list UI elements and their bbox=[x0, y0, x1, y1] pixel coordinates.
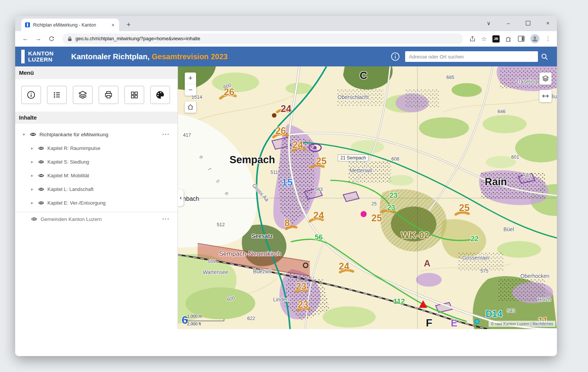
map-canvas[interactable] bbox=[178, 66, 557, 329]
search-button[interactable] bbox=[538, 51, 551, 62]
browser-tab[interactable]: Richtplan eMitwirkung - Kanton × bbox=[21, 19, 119, 31]
sidebar: Menü bbox=[15, 66, 178, 329]
sidebar-toolbar bbox=[15, 79, 178, 112]
measure-button[interactable] bbox=[539, 90, 552, 102]
magenta-point-marker bbox=[361, 211, 367, 217]
tree-item-label: Gemeinden Kanton Luzern bbox=[41, 216, 102, 222]
sidebar-tree-item[interactable]: ▸Kapitel L: Landschaft bbox=[15, 182, 178, 196]
tree-item-label: Kapitel L: Landschaft bbox=[47, 186, 93, 192]
scale-line bbox=[187, 319, 224, 321]
zoom-out-button[interactable]: − bbox=[185, 84, 196, 96]
search-input[interactable] bbox=[405, 51, 538, 62]
sidebar-collapse-handle[interactable]: ‹ bbox=[178, 189, 184, 206]
share-icon[interactable] bbox=[469, 36, 476, 42]
home-icon bbox=[187, 104, 194, 110]
tree-item-label: Kapitel S: Siedlung bbox=[47, 159, 89, 165]
sidebar-tree-item[interactable]: ▸Kapitel R: Raumimpulse bbox=[15, 141, 178, 155]
zoom-in-button[interactable]: + bbox=[185, 73, 196, 84]
home-extent-button[interactable] bbox=[185, 101, 196, 113]
sidebar-tree-item[interactable]: ▸Kapitel S: Siedlung bbox=[15, 155, 178, 169]
side-panel-icon[interactable] bbox=[518, 36, 525, 42]
maximize-button[interactable] bbox=[525, 21, 531, 25]
map-attribution: © rawi Kanton Luzern | Rechtliches bbox=[489, 321, 555, 327]
window-chevron-icon[interactable]: ∨ bbox=[486, 20, 492, 26]
sidebar-tree-item[interactable]: ▸Kapitel E: Ver-/Entsorgung bbox=[15, 196, 178, 210]
tree-root-gemeinden[interactable]: Gemeinden Kanton Luzern ··· bbox=[15, 212, 178, 226]
map-layers-button[interactable] bbox=[539, 73, 552, 85]
visibility-eye-icon[interactable] bbox=[38, 200, 44, 206]
window-bottom-filler bbox=[15, 329, 557, 356]
map-area[interactable]: CTraselinge685OberschlachtBue26151460064… bbox=[178, 66, 557, 329]
expand-caret-icon[interactable]: ▸ bbox=[31, 146, 37, 151]
expand-caret-icon[interactable]: ▸ bbox=[31, 173, 37, 178]
zoom-controls: + − bbox=[185, 73, 196, 96]
layers-icon bbox=[542, 75, 549, 82]
tab-close-icon[interactable]: × bbox=[111, 22, 115, 28]
legend-button[interactable] bbox=[47, 86, 67, 104]
browser-toolbar: ← → geo.lu.ch/richtplan_mitwirkung/?page… bbox=[15, 31, 557, 47]
tree-item-label: Kapitel M: Mobilität bbox=[47, 173, 89, 178]
legend-list-icon bbox=[52, 90, 61, 99]
tree-item-label: Kapitel R: Raumimpulse bbox=[47, 145, 100, 151]
window-close-button[interactable]: × bbox=[545, 20, 551, 26]
item-options-icon[interactable]: ··· bbox=[162, 216, 170, 222]
scale-metric: 1,000 m bbox=[187, 314, 224, 318]
url-text: geo.lu.ch/richtplan_mitwirkung/?page=hom… bbox=[75, 36, 200, 41]
logo-line1: KANTON bbox=[28, 50, 54, 57]
rechtliches-link[interactable]: Rechtliches bbox=[533, 322, 553, 326]
info-button[interactable] bbox=[21, 86, 41, 104]
menu-header: Menü bbox=[15, 66, 178, 79]
app-header: KANTON LUZERN Kantonaler Richtplan, Gesa… bbox=[15, 47, 557, 66]
logo-bar bbox=[21, 50, 25, 63]
browser-menu-icon[interactable]: ⋮ bbox=[545, 35, 551, 42]
tree-root-richtplankarte[interactable]: ▾ Richtplankarte für eMitwirkung ··· bbox=[15, 128, 178, 141]
contents-header: Inhalte bbox=[15, 112, 178, 124]
profile-avatar[interactable] bbox=[530, 34, 539, 43]
palette-icon bbox=[155, 90, 165, 100]
tab-title: Richtplan eMitwirkung - Kanton bbox=[33, 22, 108, 28]
app-root: KANTON LUZERN Kantonaler Richtplan, Gesa… bbox=[15, 47, 557, 329]
extensions-puzzle-icon[interactable] bbox=[505, 35, 512, 42]
expand-caret-icon[interactable]: ▸ bbox=[31, 200, 37, 205]
expand-caret-icon[interactable]: ▸ bbox=[31, 159, 37, 164]
layers-button[interactable] bbox=[73, 86, 93, 104]
tab-favicon-icon bbox=[25, 22, 30, 27]
print-button[interactable] bbox=[99, 86, 118, 104]
reload-button[interactable] bbox=[46, 33, 57, 44]
tab-strip: Richtplan eMitwirkung - Kanton × + ∨ – × bbox=[15, 16, 557, 31]
new-tab-button[interactable]: + bbox=[124, 20, 134, 30]
info-icon[interactable] bbox=[391, 52, 400, 61]
item-options-icon[interactable]: ··· bbox=[162, 131, 170, 137]
layer-tree: ▾ Richtplankarte für eMitwirkung ··· ▸Ka… bbox=[15, 124, 178, 226]
visibility-eye-icon[interactable] bbox=[31, 216, 38, 222]
tree-item-label: Richtplankarte für eMitwirkung bbox=[39, 132, 108, 137]
brown-point-marker bbox=[272, 113, 277, 118]
visibility-eye-icon[interactable] bbox=[38, 159, 44, 165]
browser-window: Richtplan eMitwirkung - Kanton × + ∨ – ×… bbox=[15, 16, 557, 356]
visibility-eye-icon[interactable] bbox=[30, 131, 36, 138]
forward-button[interactable]: → bbox=[33, 33, 44, 44]
basemap-palette-button[interactable] bbox=[150, 86, 170, 104]
layers-icon bbox=[78, 90, 88, 100]
back-button[interactable]: ← bbox=[20, 33, 31, 44]
page-title-accent: Gesamtrevision 2023 bbox=[152, 52, 228, 61]
scale-imperial: 2,000 ft bbox=[187, 322, 224, 326]
minimize-button[interactable]: – bbox=[505, 20, 511, 26]
expand-caret-icon[interactable]: ▸ bbox=[31, 187, 37, 192]
apps-button[interactable] bbox=[124, 86, 144, 104]
tree-item-label: Kapitel E: Ver-/Entsorgung bbox=[47, 200, 105, 206]
visibility-eye-icon[interactable] bbox=[38, 172, 44, 179]
reload-icon bbox=[48, 36, 55, 42]
extension-jb-icon[interactable]: JB bbox=[492, 35, 500, 43]
printer-icon bbox=[104, 90, 113, 99]
collapse-caret-icon[interactable]: ▾ bbox=[23, 132, 28, 137]
measure-arrows-icon bbox=[542, 92, 549, 100]
visibility-eye-icon[interactable] bbox=[38, 186, 44, 192]
kanton-luzern-logo: KANTON LUZERN bbox=[21, 50, 54, 63]
bookmark-star-icon[interactable]: ☆ bbox=[481, 35, 487, 43]
url-bar[interactable]: geo.lu.ch/richtplan_mitwirkung/?page=hom… bbox=[62, 33, 463, 44]
sidebar-tree-item[interactable]: ▸Kapitel M: Mobilität bbox=[15, 169, 178, 182]
page-title: Kantonaler Richtplan, Gesamtrevision 202… bbox=[71, 52, 228, 61]
visibility-eye-icon[interactable] bbox=[38, 145, 44, 151]
lock-icon bbox=[68, 36, 72, 41]
